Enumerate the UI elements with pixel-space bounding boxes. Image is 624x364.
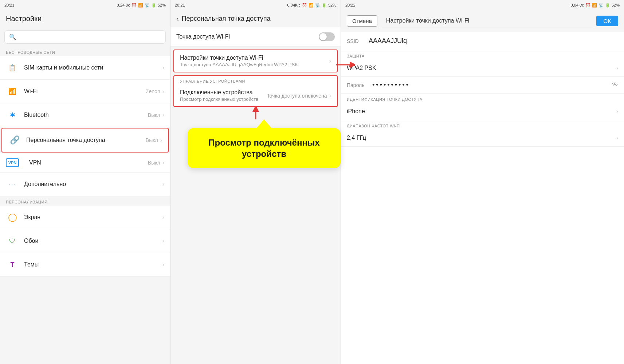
themes-title: Темы xyxy=(24,261,162,268)
hotspot-value: Выкл xyxy=(146,137,158,143)
clock-icon-1: ⏰ xyxy=(132,3,137,8)
hotspot-chevron: › xyxy=(160,137,162,143)
callout-bubble: Просмотр подключённых устройств xyxy=(188,128,341,168)
speed-2: 0,04К/с xyxy=(287,3,301,7)
security-value: WPA2 PSK xyxy=(347,65,616,71)
wifi-chevron: › xyxy=(162,88,164,95)
security-chevron: › xyxy=(616,65,618,71)
settings-item-sim[interactable]: 📋 SIM-карты и мобильные сети › xyxy=(0,56,170,80)
themes-chevron: › xyxy=(162,261,164,268)
settings-item-wallpaper[interactable]: 🛡 Обои › xyxy=(0,229,170,253)
panel1-title: Настройки xyxy=(6,15,42,23)
password-label: Пароль xyxy=(347,82,372,88)
settings-item-bluetooth[interactable]: ✱ Bluetooth Выкл › xyxy=(0,103,170,127)
security-row[interactable]: WPA2 PSK › xyxy=(341,60,624,77)
panel1-scroll: БЕСПРОВОДНЫЕ СЕТИ 📋 SIM-карты и мобильны… xyxy=(0,47,170,364)
panel3-header-title: Настройки точки доступа Wi-Fi xyxy=(380,14,593,28)
ok-button[interactable]: ОК xyxy=(596,16,618,26)
speed-1: 0,24К/с xyxy=(117,3,130,7)
back-arrow[interactable]: ‹ xyxy=(176,15,179,23)
section-wireless-label: БЕСПРОВОДНЫЕ СЕТИ xyxy=(0,47,170,56)
time-3: 20:22 xyxy=(345,3,356,7)
wifi-status-icon-2: 📶 xyxy=(309,3,314,8)
panel2-header: ‹ Персональная точка доступа xyxy=(170,10,341,27)
search-bar[interactable]: 🔍 xyxy=(4,30,166,44)
panel-hotspot: 20:21 0,04К/с ⏰ 📶 📡 🔋 52% ‹ Персональная… xyxy=(170,0,341,364)
panel2-wrapper: Точка доступа Wi-Fi Настройки точки дост… xyxy=(170,27,341,364)
arrow-up xyxy=(248,107,263,120)
bluetooth-icon: ✱ xyxy=(6,108,19,122)
panel3-header: Отмена Настройки точки доступа Wi-Fi ОК xyxy=(341,10,624,32)
hotspot-icon: 🔗 xyxy=(8,134,21,147)
cancel-button[interactable]: Отмена xyxy=(347,15,377,27)
identification-row[interactable]: iPhone › xyxy=(341,103,624,120)
clock-icon-3: ⏰ xyxy=(585,3,590,8)
settings-item-screen[interactable]: ◯ Экран › xyxy=(0,206,170,229)
battery-icon-2: 🔋 xyxy=(322,3,327,8)
password-input[interactable] xyxy=(372,81,612,89)
wallpaper-icon: 🛡 xyxy=(6,234,19,248)
identification-chevron: › xyxy=(616,108,618,115)
wallpaper-text: Обои xyxy=(24,238,162,244)
panel-settings: 20:21 0,24К/с ⏰ 📶 📡 🔋 52% Настройки 🔍 БЕ… xyxy=(0,0,170,364)
status-bar-1: 20:21 0,24К/с ⏰ 📶 📡 🔋 52% xyxy=(0,0,170,10)
extra-text: Дополнительно xyxy=(24,181,162,187)
vpn-title: VPN xyxy=(29,159,148,166)
password-row[interactable]: Пароль 👁 xyxy=(341,77,624,94)
signal-icon-2: 📡 xyxy=(315,3,320,8)
wifi-status-icon-3: 📶 xyxy=(592,3,597,8)
frequency-value: 2,4 ГГц xyxy=(347,135,616,141)
settings-item-themes[interactable]: T Темы › xyxy=(0,253,170,277)
status-bar-2: 20:21 0,04К/с ⏰ 📶 📡 🔋 52% xyxy=(170,0,341,10)
devices-section: УПРАВЛЕНИЕ УСТРОЙСТВАМИ Подключенные уст… xyxy=(173,75,338,107)
wifi-icon: 📶 xyxy=(6,85,19,98)
security-section-label: ЗАЩИТА xyxy=(341,50,624,60)
wifi-value: Zenon xyxy=(146,88,160,94)
settings-item-extra[interactable]: ··· Дополнительно › xyxy=(0,173,170,196)
battery-icon-3: 🔋 xyxy=(605,3,610,8)
hotspot-settings-chevron: › xyxy=(329,58,331,64)
vpn-icon: VPN xyxy=(6,158,19,167)
battery-icon-1: 🔋 xyxy=(151,3,156,8)
vpn-value: Выкл xyxy=(148,160,160,166)
devices-section-label: УПРАВЛЕНИЕ УСТРОЙСТВАМИ xyxy=(174,76,337,85)
time-2: 20:21 xyxy=(175,3,185,7)
settings-item-vpn[interactable]: VPN VPN Выкл › xyxy=(0,153,170,173)
devices-right-text: Точка доступа отключена xyxy=(267,93,327,99)
screen-title: Экран xyxy=(24,214,162,221)
extra-chevron: › xyxy=(162,181,164,187)
wifi-text: Wi-Fi xyxy=(24,88,146,95)
settings-item-hotspot[interactable]: 🔗 Персональная точка доступа Выкл › xyxy=(1,128,169,153)
frequency-row[interactable]: 2,4 ГГц › xyxy=(341,130,624,147)
screen-text: Экран xyxy=(24,214,162,221)
devices-item[interactable]: Подключенные устройства Просмотр подключ… xyxy=(174,85,337,106)
wifi-title: Wi-Fi xyxy=(24,88,146,95)
devices-sub: Просмотр подключенных устройств xyxy=(180,96,267,102)
eye-icon[interactable]: 👁 xyxy=(612,81,618,89)
wifi-toggle[interactable] xyxy=(319,32,335,41)
identification-section-label: ИДЕНТИФИКАЦИЯ ТОЧКИ ДОСТУПА xyxy=(341,94,624,103)
screen-icon: ◯ xyxy=(6,211,19,224)
status-bar-3: 20:22 0,04К/с ⏰ 📶 📡 🔋 52% xyxy=(341,0,624,10)
sim-chevron: › xyxy=(162,64,164,71)
wifi-toggle-row[interactable]: Точка доступа Wi-Fi xyxy=(170,27,341,47)
sim-icon: 📋 xyxy=(6,61,19,74)
time-1: 20:21 xyxy=(4,3,15,7)
wallpaper-chevron: › xyxy=(162,238,164,244)
hotspot-settings-item[interactable]: Настройки точки доступа Wi-Fi Точка дост… xyxy=(173,50,338,72)
ssid-label: SSID xyxy=(347,38,369,44)
arrow-right xyxy=(335,58,355,72)
devices-text: Подключенные устройства Просмотр подключ… xyxy=(180,89,267,102)
extra-icon: ··· xyxy=(6,178,19,191)
devices-chevron: › xyxy=(329,92,331,99)
settings-item-wifi[interactable]: 📶 Wi-Fi Zenon › xyxy=(0,80,170,103)
hotspot-settings-text: Настройки точки доступа Wi-Fi Точка дост… xyxy=(180,55,329,67)
hotspot-title: Персональная точка доступа xyxy=(26,137,146,143)
vpn-text: VPN xyxy=(29,159,148,166)
bluetooth-value: Выкл xyxy=(148,112,160,118)
themes-text: Темы xyxy=(24,261,162,268)
frequency-section-label: ДИАПАЗОН ЧАСТОТ WI-FI xyxy=(341,120,624,130)
hotspot-text: Персональная точка доступа xyxy=(26,137,146,143)
sim-text: SIM-карты и мобильные сети xyxy=(24,64,162,71)
devices-title: Подключенные устройства xyxy=(180,89,267,96)
